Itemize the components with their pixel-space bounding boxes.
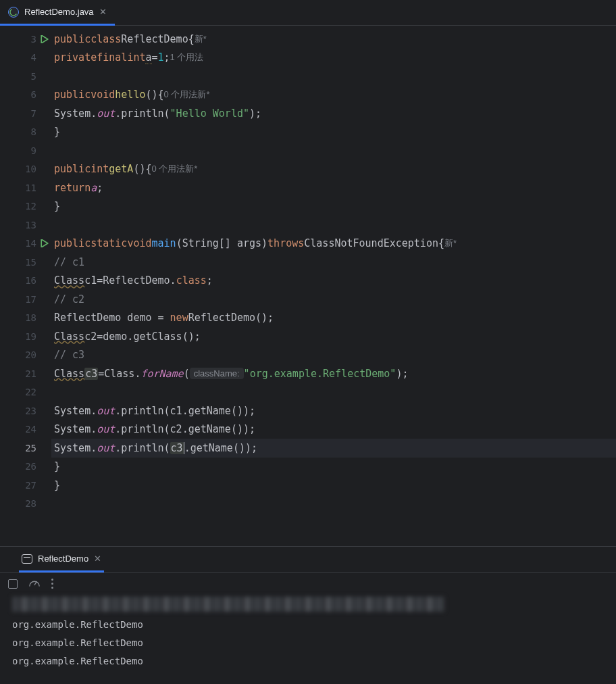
current-line[interactable]: System.out.println(c3.getName());	[51, 439, 616, 458]
line-number: 3	[31, 34, 36, 45]
output-line: org.example.ReflectDemo	[12, 652, 616, 670]
console-output[interactable]: org.example.ReflectDemo org.example.Refl…	[0, 594, 616, 684]
vcs-hint: 新*	[195, 33, 207, 45]
usage-hint[interactable]: 0 个用法	[164, 89, 198, 101]
code-area[interactable]: public class ReflectDemo { 新* private fi…	[51, 26, 616, 546]
stop-icon[interactable]	[8, 579, 18, 589]
run-gutter-icon[interactable]	[41, 35, 49, 43]
editor-tab-bar: ReflectDemo.java ✕	[0, 0, 616, 26]
param-hint: className:	[190, 368, 244, 379]
more-icon[interactable]	[51, 579, 53, 589]
output-line: org.example.ReflectDemo	[12, 634, 616, 652]
usage-hint[interactable]: 0 个用法	[152, 163, 186, 175]
run-tab-close-icon[interactable]: ✕	[94, 554, 101, 564]
usage-hint[interactable]: 1 个用法	[170, 51, 204, 64]
run-tool-window: ReflectDemo ✕ org.example.ReflectDemo or…	[0, 546, 616, 684]
tab-close-icon[interactable]: ✕	[99, 7, 107, 17]
code-editor[interactable]: 3 4 5 6 7 8 9 10 11 12 13 14 15 16 17 18…	[0, 26, 616, 546]
run-toolbar	[0, 572, 616, 594]
tab-filename: ReflectDemo.java	[24, 7, 94, 17]
run-tab-label: ReflectDemo	[38, 554, 88, 564]
redacted-line	[12, 597, 444, 612]
tab-reflectdemo[interactable]: ReflectDemo.java ✕	[0, 1, 115, 26]
run-gutter-icon[interactable]	[41, 239, 49, 247]
run-tab-reflectdemo[interactable]: ReflectDemo ✕	[19, 547, 104, 572]
output-line: org.example.ReflectDemo	[12, 616, 616, 634]
run-tab-bar: ReflectDemo ✕	[0, 547, 616, 572]
profiler-icon[interactable]	[28, 577, 41, 591]
java-class-icon	[8, 7, 19, 18]
line-gutter: 3 4 5 6 7 8 9 10 11 12 13 14 15 16 17 18…	[0, 26, 51, 546]
run-config-icon	[22, 554, 32, 564]
